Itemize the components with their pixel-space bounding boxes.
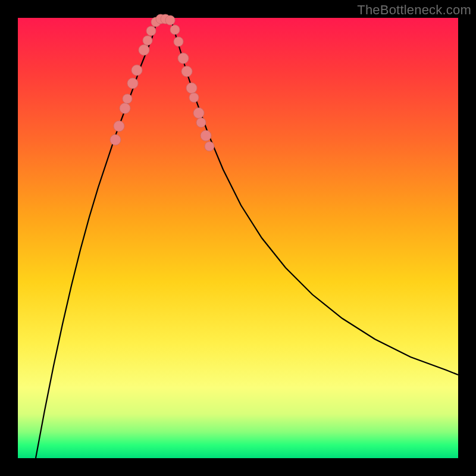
data-dot — [165, 15, 175, 25]
data-dot — [174, 37, 183, 46]
data-dot — [170, 25, 180, 35]
data-dot — [110, 134, 121, 145]
plot-area — [18, 18, 458, 458]
data-dot — [186, 83, 197, 93]
data-dot — [205, 142, 214, 151]
watermark-text: TheBottleneck.com — [357, 2, 471, 18]
data-dot — [120, 103, 130, 114]
data-dot — [193, 108, 204, 118]
data-dot — [143, 36, 152, 45]
data-dot — [189, 93, 199, 102]
dot-group — [110, 14, 214, 151]
data-dot — [178, 53, 189, 64]
chart-stage: TheBottleneck.com — [0, 0, 476, 476]
data-dot — [181, 66, 192, 77]
data-dot — [127, 78, 138, 89]
curve-left-curve — [36, 21, 157, 458]
curve-right-curve — [171, 21, 458, 375]
data-dot — [131, 65, 142, 76]
data-dot — [114, 121, 124, 131]
data-dot — [123, 94, 132, 104]
data-dot — [201, 130, 211, 141]
data-dot — [196, 118, 206, 127]
curve-group — [36, 18, 458, 458]
data-dot — [146, 26, 156, 36]
data-dot — [139, 45, 149, 55]
chart-svg — [18, 18, 458, 458]
